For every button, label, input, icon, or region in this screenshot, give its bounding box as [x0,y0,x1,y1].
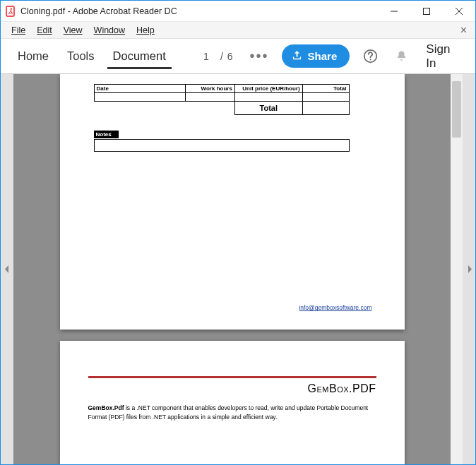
page-indicator: 1 / 6 [196,51,233,62]
footer-email-link[interactable]: info@gemboxsoftware.com [299,304,371,311]
pdf-page-2: GemBox.PDF GemBox.Pdf is a .NET componen… [60,341,405,464]
bell-icon[interactable] [391,45,412,68]
menu-edit[interactable]: Edit [32,24,57,37]
notes-box [94,139,350,152]
th-hours: Work hours [186,85,235,93]
menu-help[interactable]: Help [131,24,160,37]
svg-marker-7 [5,265,8,273]
product-description: GemBox.Pdf is a .NET component that enab… [88,404,376,421]
tab-home[interactable]: Home [11,39,56,73]
page-current-input[interactable]: 1 [196,51,216,62]
help-icon[interactable] [359,45,381,68]
document-viewport[interactable]: Date Work hours Unit price (EUR/hour) To… [13,74,451,464]
notes-label: Notes [94,131,119,138]
th-date: Date [94,85,186,93]
scroll-thumb[interactable] [452,81,461,138]
titlebar: Cloning.pdf - Adobe Acrobat Reader DC [1,1,475,22]
more-tools-icon[interactable]: ••• [246,48,273,64]
menu-window[interactable]: Window [89,24,130,37]
svg-point-6 [369,59,371,60]
toolbar: Home Tools Document 1 / 6 ••• Share Sign… [1,39,475,74]
total-label: Total [234,102,302,115]
pdf-page-1: Date Work hours Unit price (EUR/hour) To… [60,74,405,330]
document-close-icon[interactable]: × [458,24,470,37]
share-button-label: Share [308,50,338,62]
menu-file[interactable]: File [6,24,30,37]
window-title: Cloning.pdf - Adobe Acrobat Reader DC [20,6,177,16]
close-button[interactable] [443,1,475,21]
table-total-row: Total [94,102,349,115]
tab-tools[interactable]: Tools [60,39,102,73]
share-icon [292,50,302,63]
minimize-button[interactable] [378,1,410,21]
vertical-scrollbar[interactable] [451,74,463,464]
invoice-table: Date Work hours Unit price (EUR/hour) To… [94,84,350,115]
share-button[interactable]: Share [282,44,350,68]
brand-rule [88,376,376,378]
menubar: File Edit View Window Help × [1,22,475,39]
menu-view[interactable]: View [59,24,88,37]
page-sep: / [220,51,223,62]
maximize-button[interactable] [410,1,443,21]
svg-rect-2 [424,8,430,14]
svg-marker-8 [468,265,472,273]
acrobat-icon [5,6,16,17]
tab-document[interactable]: Document [106,39,173,73]
right-panel-handle[interactable] [463,74,475,464]
brand-title: GemBox.PDF [88,382,376,395]
sign-in-button[interactable]: Sign In [426,42,461,71]
th-total: Total [302,85,349,93]
content-area: Date Work hours Unit price (EUR/hour) To… [1,74,475,464]
th-unit: Unit price (EUR/hour) [234,85,302,93]
page-total: 6 [227,51,233,62]
table-row [94,93,349,102]
left-panel-handle[interactable] [1,74,13,464]
